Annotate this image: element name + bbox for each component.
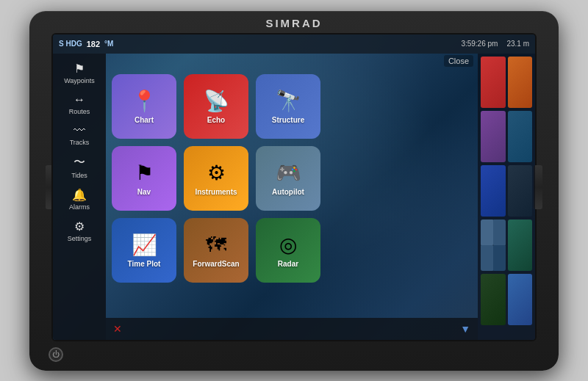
app-tile-structure[interactable]: 🔭 Structure	[256, 74, 320, 139]
routes-label: Routes	[69, 108, 90, 115]
alarms-label: Alarms	[69, 203, 90, 211]
app-tile-autopilot[interactable]: 🎮 Autopilot	[256, 146, 320, 211]
waypoints-label: Waypoints	[64, 77, 95, 84]
sidebar-item-settings[interactable]: ⚙ Settings	[54, 216, 104, 246]
split-thumb-teal	[508, 219, 533, 271]
sidebar-item-tides[interactable]: 〜 Tides	[54, 151, 104, 183]
forwardscan-icon: 🗺	[206, 233, 226, 257]
app-tile-timeplot[interactable]: 📈 Time Plot	[112, 218, 176, 283]
right-split-panel	[478, 54, 535, 340]
settings-label: Settings	[68, 235, 92, 242]
split-thumb-ltblue	[508, 274, 533, 325]
settings-icon: ⚙	[74, 219, 85, 233]
hdg-unit: °M	[104, 40, 113, 48]
hdg-label: S HDG	[59, 40, 82, 48]
split-row-4[interactable]	[481, 219, 532, 271]
status-bar: S HDG 182 °M 3:59:26 pm 23.1 m	[53, 35, 535, 54]
power-button[interactable]: ⏻	[49, 347, 63, 362]
echo-label: Echo	[207, 116, 225, 124]
nav-arrow-icon[interactable]: ▼	[460, 323, 470, 335]
status-bar-left: S HDG 182 °M	[59, 40, 113, 48]
app-tile-echo[interactable]: 📡 Echo	[184, 74, 248, 139]
instruments-label: Instruments	[195, 188, 237, 196]
main-screen: S HDG 182 °M 3:59:26 pm 23.1 m ⚑ Waypoin…	[51, 33, 537, 341]
sidebar-item-tracks[interactable]: 〰 Tracks	[54, 120, 104, 150]
device-body: SIMRAD S HDG 182 °M 3:59:26 pm 23.1 m	[29, 11, 559, 371]
echo-icon: 📡	[204, 89, 229, 113]
screen-container: S HDG 182 °M 3:59:26 pm 23.1 m ⚑ Waypoin…	[51, 33, 537, 341]
status-bar-right: 3:59:26 pm 23.1 m	[461, 40, 529, 48]
app-tile-forwardscan[interactable]: 🗺 ForwardScan	[184, 218, 248, 283]
brand-logo: SIMRAD	[265, 17, 322, 29]
apps-grid: 📍 Chart 📡 Echo 🔭 Structure	[106, 68, 476, 290]
radar-label: Radar	[278, 260, 298, 268]
app-tile-nav[interactable]: ⚑ Nav	[112, 146, 176, 211]
nav-icon: ⚑	[135, 161, 154, 185]
radar-icon: ◎	[279, 233, 297, 257]
split-thumb-cyan	[508, 111, 533, 162]
left-sidebar: ⚑ Waypoints ↔ Routes 〰 Tracks 〜 Tides 🔔	[53, 54, 106, 340]
split-thumb-red	[481, 57, 506, 108]
nav-label: Nav	[137, 188, 151, 196]
app-tile-radar[interactable]: ◎ Radar	[256, 218, 320, 283]
split-row-5[interactable]	[481, 274, 532, 325]
sidebar-item-routes[interactable]: ↔ Routes	[54, 90, 104, 119]
main-content-area: Close 📍 Chart 📡 Echo 🔭	[106, 54, 476, 318]
sidebar-item-waypoints[interactable]: ⚑ Waypoints	[54, 58, 104, 88]
split-thumb-purple	[481, 111, 506, 162]
distance-display: 23.1 m	[506, 40, 529, 48]
tracks-icon: 〰	[74, 124, 85, 137]
routes-icon: ↔	[74, 93, 85, 106]
tracks-label: Tracks	[70, 139, 90, 146]
split-row-1[interactable]	[481, 57, 532, 108]
app-tile-chart[interactable]: 📍 Chart	[112, 74, 176, 139]
autopilot-label: Autopilot	[272, 188, 304, 196]
waypoints-icon: ⚑	[74, 62, 85, 76]
split-thumb-orange	[508, 57, 533, 108]
split-thumb-grid	[481, 219, 506, 271]
delete-icon[interactable]: ✕	[113, 323, 122, 335]
app-tile-instruments[interactable]: ⚙ Instruments	[184, 146, 248, 211]
split-row-3[interactable]	[481, 165, 532, 217]
split-thumb-blue	[481, 165, 506, 217]
screen-bottom-bar: ✕ ▼	[106, 318, 478, 340]
structure-icon: 🔭	[276, 89, 301, 113]
instruments-icon: ⚙	[207, 161, 226, 185]
device-bottom-bar: ⏻	[37, 344, 551, 362]
forwardscan-label: ForwardScan	[193, 260, 239, 268]
timeplot-icon: 📈	[132, 233, 157, 257]
structure-label: Structure	[272, 116, 304, 124]
alarms-icon: 🔔	[72, 188, 87, 202]
close-button[interactable]: Close	[444, 55, 473, 67]
hdg-value: 182	[87, 40, 100, 48]
tides-icon: 〜	[74, 155, 85, 170]
sidebar-item-alarms[interactable]: 🔔 Alarms	[54, 184, 104, 214]
power-icon: ⏻	[52, 350, 60, 358]
tides-label: Tides	[71, 172, 87, 179]
timeplot-label: Time Plot	[128, 260, 161, 268]
split-row-2[interactable]	[481, 111, 532, 162]
split-thumb-dark	[508, 165, 533, 217]
chart-label: Chart	[135, 116, 154, 124]
chart-icon: 📍	[132, 89, 157, 113]
brand-bar: SIMRAD	[37, 17, 551, 30]
autopilot-icon: 🎮	[276, 161, 301, 185]
split-thumb-green	[481, 274, 506, 325]
time-display: 3:59:26 pm	[461, 40, 498, 48]
